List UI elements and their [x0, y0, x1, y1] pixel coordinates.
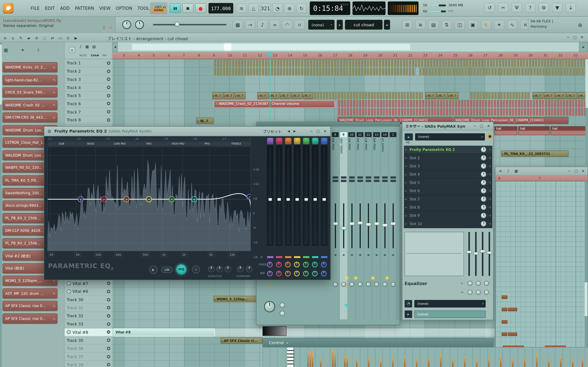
fader-handle[interactable] [349, 222, 355, 225]
slot-arrow-icon[interactable]: ▸ [406, 222, 410, 225]
band-gain-slider[interactable] [312, 145, 318, 246]
track-mute-led[interactable] [107, 347, 110, 350]
velocity-stem[interactable] [356, 359, 357, 367]
Vital #4[interactable]: 8 Vital #4 ◂ ▸ [332, 132, 339, 319]
fader-handle[interactable] [374, 222, 380, 225]
plugin-slot[interactable]: ▸ Slot 4 [404, 170, 492, 179]
magnet-icon[interactable]: ∪ [9, 34, 17, 41]
playhead-marker[interactable] [267, 53, 273, 59]
close-button[interactable]: ✕ [580, 35, 584, 39]
channel-rack-icon[interactable]: ▦ [233, 20, 243, 30]
monitor-knob[interactable] [216, 266, 223, 272]
globe-icon[interactable]: ⊕ [575, 20, 585, 30]
Track 1[interactable]: i Track 1 [65, 59, 112, 67]
mixer-small-knob[interactable] [280, 303, 285, 308]
MID[interactable]: C4 MID [135, 137, 164, 146]
mixer-strip-slot[interactable] [382, 176, 388, 179]
Vital #8[interactable]: 13 Vital #8 ◂ ▸ [373, 132, 381, 319]
velocity-stem[interactable] [582, 358, 583, 367]
fader-handle[interactable] [382, 224, 388, 227]
mixer-strip-slot[interactable] [341, 176, 347, 179]
menu-item[interactable]: EDIT [45, 6, 55, 11]
slot-mix-knob[interactable] [481, 155, 486, 161]
track-mute-led[interactable] [107, 102, 110, 105]
play-button[interactable]: ▮▮ [169, 3, 181, 13]
velocity-stem[interactable] [416, 359, 417, 367]
playlist-clip[interactable]: Vital #8 [114, 328, 215, 336]
picker-sample-item[interactable]: light-hand-clap-82... ∿ [3, 75, 57, 85]
velocity-stem[interactable] [476, 360, 477, 367]
pattern-clip[interactable]: ▸W..7 [280, 92, 291, 99]
mixer-strip-arrows[interactable]: ◂ ▸ [364, 253, 372, 257]
ruler-bar-number[interactable]: 11 [243, 54, 247, 57]
hat-icon[interactable]: ◠ [282, 20, 292, 30]
Track 4[interactable]: i Track 4 [65, 83, 112, 92]
pattern-clip-strip[interactable] [337, 108, 587, 116]
slot-enable-led[interactable] [489, 182, 491, 184]
ruler-bar-number[interactable]: 6 [168, 54, 170, 57]
ruler-bar-number[interactable]: 27 [483, 54, 488, 57]
mixer-strip-slot[interactable] [333, 180, 338, 182]
mixer-master-knob[interactable] [264, 301, 275, 312]
mixer-strip-slot[interactable] [341, 180, 347, 182]
add-pattern-button[interactable]: + [384, 20, 390, 30]
pattern-clip[interactable]: ▸W..7 [224, 92, 234, 99]
paint-tool-icon[interactable]: ▰ [25, 34, 32, 41]
mixer-pan-knob[interactable] [391, 282, 396, 287]
mixer-strip-number[interactable]: 9 [340, 132, 347, 137]
rack-knob[interactable] [467, 290, 472, 295]
playlist-menu-icon[interactable]: ≡ [1, 34, 9, 41]
plugin-slot[interactable]: ▸ Fruity Parametric EQ 2 [404, 146, 492, 154]
close-button[interactable]: ✕ [323, 129, 327, 133]
plugin-slot[interactable]: ▸ Slot 5 [404, 179, 492, 187]
scroll-left-button[interactable]: ◀ [112, 42, 118, 52]
mixer-strip-number[interactable]: 10 [348, 132, 355, 137]
rack-eq-graph[interactable] [405, 232, 464, 276]
minimap-view-window[interactable] [224, 44, 231, 50]
eq-band-node[interactable]: 5 [169, 196, 175, 202]
playlist-clip[interactable]: ▸AP SFX Classic ri... [221, 337, 263, 344]
selector-arrow-button[interactable]: ▸ [337, 20, 343, 30]
eq-band-node[interactable]: 6 [191, 196, 197, 202]
eq-band-node[interactable]: 1 [78, 196, 84, 202]
band-type-button[interactable] [321, 138, 327, 144]
slider-handle[interactable] [480, 250, 485, 253]
draw-tool-icon[interactable]: ✎ [17, 34, 24, 41]
ruler-bar-number[interactable]: 4 [138, 54, 140, 57]
menu-item[interactable]: PATTERN [75, 6, 94, 11]
timeline-ruler[interactable]: 3456789101112131415161718192021222324252… [112, 52, 588, 59]
mixer-lamp-icon[interactable] [372, 277, 374, 279]
mixer-lamp-icon[interactable] [355, 277, 357, 279]
velocity-stem[interactable] [320, 359, 321, 367]
band-bw-knob[interactable] [267, 271, 273, 276]
eq-band-node[interactable]: 3 [123, 196, 129, 202]
mixer-fader[interactable] [340, 203, 348, 248]
track-mute-led[interactable] [107, 355, 110, 359]
picker-sample-item[interactable]: WAEDME_Kicks_10_2... ∿ [3, 62, 57, 72]
preset-prev-button[interactable]: ◀ [287, 130, 290, 133]
SUB[interactable]: C1 SUB [47, 137, 76, 146]
rack-knob[interactable] [467, 281, 472, 286]
mixer-fader[interactable] [389, 203, 397, 248]
mute-tool-icon[interactable]: ◌ [41, 34, 48, 41]
menu-item[interactable]: OPTION [116, 6, 132, 11]
pat-col-icon[interactable]: ▤ [92, 45, 96, 49]
fader-handle[interactable] [390, 222, 396, 225]
plugin-slot[interactable]: ▸ Slot 9 [404, 212, 492, 220]
mixer-fader[interactable] [356, 203, 364, 248]
band-bw-knob[interactable] [285, 271, 291, 276]
band-bw-knob[interactable] [276, 271, 282, 276]
pattern-clip-strip[interactable] [214, 68, 415, 75]
Vital #7[interactable]: i Vital #7 [65, 280, 112, 288]
Track 2[interactable]: i Track 2 [65, 67, 112, 75]
band-type-button[interactable] [285, 138, 291, 144]
track-mute-led[interactable] [107, 306, 110, 309]
slot-mix-knob[interactable] [481, 188, 486, 194]
output-slot-selector[interactable]: (none) ▸ [415, 310, 486, 318]
scroll-right-button[interactable]: ▶ [579, 42, 588, 52]
minimize-button[interactable]: ─ [567, 35, 569, 39]
save-icon[interactable]: ▼ [552, 3, 562, 12]
rack-titlebar[interactable]: ミキサー - UADx PolyMAX Synt... ─ ▢ ✕ [402, 122, 493, 130]
minimap-range[interactable] [132, 44, 410, 50]
pattern-clip[interactable]: ▸W..7 [437, 92, 447, 99]
